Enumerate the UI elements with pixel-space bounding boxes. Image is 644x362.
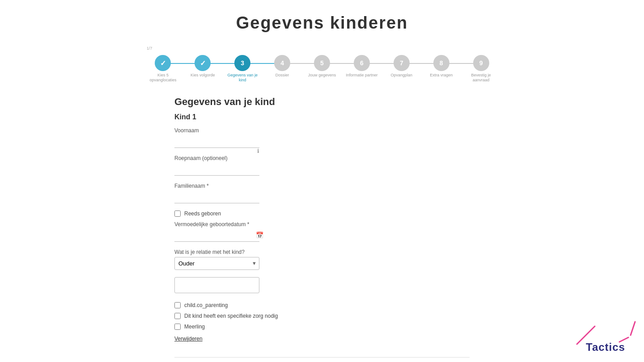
relatie-label: Wat is je relatie met het kind? [174,249,470,255]
form-container: Gegevens van je kind Kind 1 Voornaam ℹ R… [165,92,479,362]
step-circle-8: 8 [433,55,449,71]
co-parenting-label: child.co_parenting [184,302,228,308]
specifieke-zorg-row: Dit kind heeft een specifieke zorg nodig [174,313,470,319]
specifieke-zorg-checkbox[interactable] [174,313,181,319]
tactics-logo: Tactics [572,317,640,358]
step-circle-1[interactable]: ✓ [155,55,171,71]
step-circle-5: 5 [314,55,330,71]
voornaam-label: Voornaam [174,127,470,134]
step-label-2: Kies volgorde [191,73,215,78]
step-label-6: Informatie partner [346,73,377,78]
text-area-field [174,277,470,295]
reeds-geboren-checkbox[interactable] [174,210,181,217]
geboortedatum-input[interactable] [174,229,253,241]
step-circle-6: 6 [354,55,370,71]
subsection-title: Kind 1 [174,113,470,121]
step-circle-4: 4 [274,55,290,71]
step-label-1: Kies 5 opvanglocaties [145,73,181,83]
step-item-1: ✓Kies 5 opvanglocaties [143,55,183,83]
familienaam-input[interactable] [174,191,259,203]
meerling-checkbox[interactable] [174,324,181,330]
relatie-select[interactable]: Ouder Voogd Pleegouder [174,257,259,270]
step-circle-3[interactable]: 3 [234,55,250,71]
section-title: Gegevens van je kind [174,96,470,108]
reeds-geboren-label: Reeds geboren [184,210,221,217]
step-label-5: Jouw gegevens [308,73,336,78]
co-parenting-checkbox[interactable] [174,302,181,308]
svg-line-1 [631,322,635,335]
step-label-9: Bevestig je aanvraad [463,73,499,83]
remove-link[interactable]: Verwijderen [174,336,203,342]
step-label-4: Dossier [275,73,289,78]
voornaam-field: Voornaam ℹ [174,127,470,148]
date-input-wrapper: 📅 [174,229,259,242]
voornaam-input[interactable] [174,135,259,148]
roepnaam-label: Roepnaam (optioneel) [174,155,470,161]
step-item-8: 8Extra vragen [421,55,461,78]
step-circle-9: 9 [473,55,489,71]
relatie-textarea[interactable] [174,277,259,293]
step-circle-7: 7 [394,55,410,71]
svg-text:Tactics: Tactics [586,341,625,353]
step-counter: 1/7 [143,46,501,51]
checkmark-icon: ✓ [200,59,206,67]
co-parenting-row: child.co_parenting [174,302,470,308]
checkmark-icon: ✓ [160,59,166,67]
step-label-3: Gegevens van je kind [225,73,260,83]
step-item-3: 3Gegevens van je kind [223,55,263,83]
divider [174,357,470,358]
step-item-7: 7Opvangplan [381,55,421,78]
calendar-icon[interactable]: 📅 [253,230,266,240]
stepper: ✓Kies 5 opvanglocaties✓Kies volgorde3Geg… [143,51,501,92]
specifieke-zorg-label: Dit kind heeft een specifieke zorg nodig [184,313,278,319]
geboortedatum-label: Vermoedelijke geboortedatum * [174,221,470,227]
meerling-label: Meerling [184,324,205,330]
step-item-5: 5Jouw gegevens [302,55,342,78]
meerling-row: Meerling [174,324,470,330]
tactics-decoration-svg: Tactics [572,317,640,358]
familienaam-field: Familienaam * [174,183,470,203]
step-item-2: ✓Kies volgorde [183,55,223,78]
reeds-geboren-row: Reeds geboren [174,210,470,217]
step-item-4: 4Dossier [263,55,302,78]
familienaam-label: Familienaam * [174,183,470,189]
step-circle-2[interactable]: ✓ [195,55,211,71]
relatie-field: Wat is je relatie met het kind? Ouder Vo… [174,249,470,270]
roepnaam-field: Roepnaam (optioneel) [174,155,470,176]
step-item-9: 9Bevestig je aanvraad [461,55,501,83]
info-icon: ℹ [257,148,259,154]
roepnaam-input[interactable] [174,163,259,176]
geboortedatum-field: Vermoedelijke geboortedatum * 📅 [174,221,470,242]
page-title: Gegevens kinderen [0,0,644,42]
step-label-7: Opvangplan [391,73,413,78]
step-label-8: Extra vragen [430,73,453,78]
relatie-select-wrapper: Ouder Voogd Pleegouder ▼ [174,257,259,270]
step-item-6: 6Informatie partner [342,55,381,78]
